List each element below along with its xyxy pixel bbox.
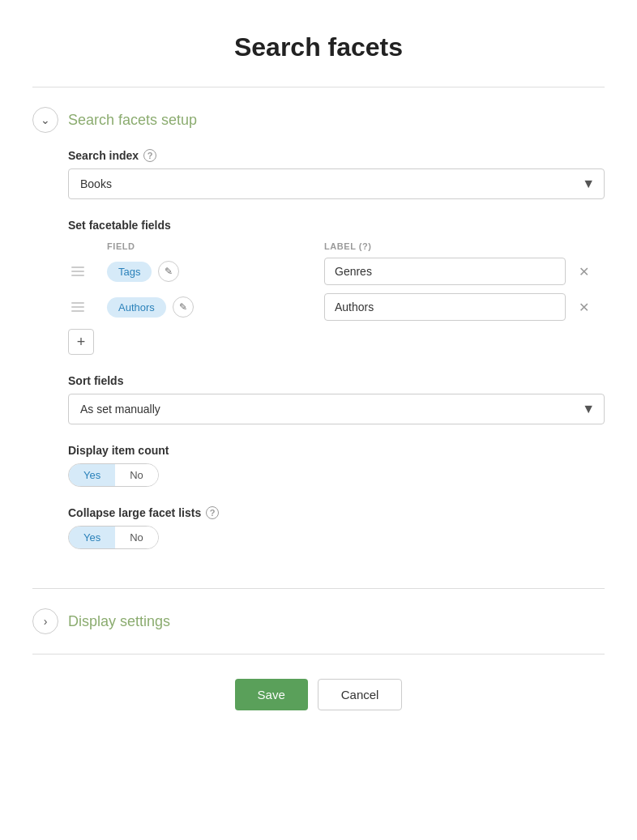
add-field-button[interactable]: + bbox=[68, 329, 94, 355]
table-headers: FIELD LABEL (?) bbox=[68, 238, 605, 254]
collapse-facet-no[interactable]: No bbox=[115, 527, 158, 548]
search-index-label: Search index ? bbox=[68, 149, 605, 162]
display-settings-section: › Display settings bbox=[32, 589, 605, 654]
sort-fields-select-wrapper: As set manually ▼ bbox=[68, 394, 605, 424]
cancel-button[interactable]: Cancel bbox=[318, 679, 403, 710]
drag-handle-authors[interactable] bbox=[68, 299, 100, 315]
authors-edit-button[interactable]: ✎ bbox=[173, 296, 194, 318]
facetable-fields-group: Set facetable fields FIELD LABEL (?) Tag… bbox=[32, 219, 605, 355]
authors-label-input[interactable] bbox=[324, 293, 566, 321]
save-button[interactable]: Save bbox=[235, 679, 308, 710]
collapse-facet-yes[interactable]: Yes bbox=[69, 527, 115, 548]
display-item-count-yes[interactable]: Yes bbox=[69, 464, 115, 486]
search-index-select-wrapper: Books ▼ bbox=[68, 168, 605, 199]
search-facets-section: ⌄ Search facets setup Search index ? Boo… bbox=[32, 87, 605, 588]
sort-fields-label: Sort fields bbox=[68, 374, 605, 387]
display-settings-title: Display settings bbox=[68, 613, 170, 630]
field-column-header: FIELD bbox=[107, 241, 318, 251]
table-row: Authors ✎ ✕ bbox=[68, 293, 605, 321]
tags-edit-button[interactable]: ✎ bbox=[158, 261, 179, 282]
search-index-select[interactable]: Books bbox=[68, 168, 605, 199]
tags-chip: Tags bbox=[107, 262, 152, 282]
section-toggle-right[interactable]: › bbox=[32, 608, 58, 634]
tags-field-chip-wrapper: Tags ✎ bbox=[107, 261, 318, 282]
display-item-count-toggle: Yes No bbox=[68, 463, 159, 487]
label-column-header: LABEL (?) bbox=[324, 241, 566, 251]
collapse-large-facet-label: Collapse large facet lists ? bbox=[68, 506, 605, 519]
page-title: Search facets bbox=[0, 0, 637, 87]
collapse-large-facet-toggle: Yes No bbox=[68, 526, 159, 549]
section-toggle-down[interactable]: ⌄ bbox=[32, 107, 58, 133]
display-item-count-label: Display item count bbox=[68, 444, 605, 457]
collapse-facet-help-icon[interactable]: ? bbox=[206, 506, 219, 519]
footer-buttons: Save Cancel bbox=[0, 655, 637, 743]
display-settings-header[interactable]: › Display settings bbox=[32, 608, 605, 634]
authors-remove-button[interactable]: ✕ bbox=[572, 296, 595, 318]
sort-fields-select[interactable]: As set manually bbox=[68, 394, 605, 424]
table-row: Tags ✎ ✕ bbox=[68, 258, 605, 285]
sort-fields-group: Sort fields As set manually ▼ bbox=[32, 374, 605, 424]
search-index-help-icon[interactable]: ? bbox=[143, 149, 156, 162]
display-item-count-group: Display item count Yes No bbox=[32, 444, 605, 487]
search-index-group: Search index ? Books ▼ bbox=[32, 149, 605, 199]
authors-chip: Authors bbox=[107, 297, 166, 318]
drag-handle-tags[interactable] bbox=[68, 263, 100, 279]
search-facets-section-header[interactable]: ⌄ Search facets setup bbox=[32, 107, 605, 133]
search-facets-section-title: Search facets setup bbox=[68, 112, 197, 129]
authors-field-chip-wrapper: Authors ✎ bbox=[107, 296, 318, 318]
genres-label-input[interactable] bbox=[324, 258, 566, 285]
facetable-fields-label: Set facetable fields bbox=[68, 219, 605, 232]
display-item-count-no[interactable]: No bbox=[115, 464, 158, 486]
tags-remove-button[interactable]: ✕ bbox=[572, 260, 595, 283]
collapse-large-facet-group: Collapse large facet lists ? Yes No bbox=[32, 506, 605, 549]
